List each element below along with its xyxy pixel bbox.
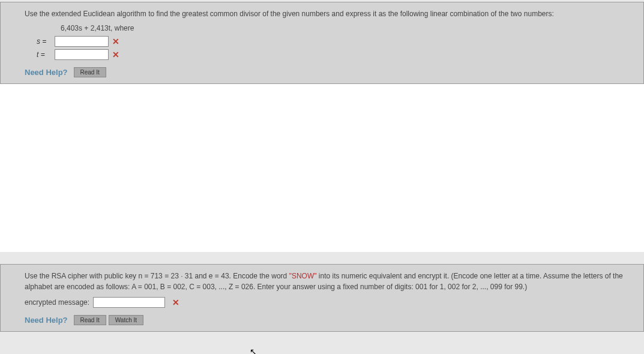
q2-prompt: Use the RSA cipher with public key n = 7… xyxy=(25,271,631,292)
question-2: Use the RSA cipher with public key n = 7… xyxy=(0,264,644,332)
wrong-icon: ✕ xyxy=(112,37,119,46)
read-it-button[interactable]: Read It xyxy=(74,315,106,325)
cursor-icon: ↖ xyxy=(250,347,257,354)
input-s[interactable] xyxy=(55,36,109,47)
q2-help-row: Need Help? Read It Watch It xyxy=(25,315,631,325)
q1-help-row: Need Help? Read It xyxy=(25,67,631,77)
var-s-label: s = xyxy=(37,37,55,46)
encrypted-label: encrypted message: xyxy=(25,298,89,307)
question-1: Use the extended Euclidean algorithm to … xyxy=(0,2,644,84)
wrong-icon: ✕ xyxy=(172,298,179,307)
encrypted-row: encrypted message: ✕ xyxy=(25,297,631,308)
wrong-icon: ✕ xyxy=(112,50,119,59)
watch-it-button[interactable]: Watch It xyxy=(109,315,143,325)
input-encrypted[interactable] xyxy=(93,297,165,308)
var-t-label: t = xyxy=(37,50,55,59)
gap xyxy=(0,84,644,252)
input-t[interactable] xyxy=(55,49,109,60)
snow-word: "SNOW" xyxy=(289,272,317,280)
q1-row-s: s = ✕ xyxy=(25,36,631,47)
need-help-label: Need Help? xyxy=(25,316,68,325)
read-it-button[interactable]: Read It xyxy=(74,67,106,77)
q2-prompt-part1: Use the RSA cipher with public key n = 7… xyxy=(25,272,289,280)
q1-prompt: Use the extended Euclidean algorithm to … xyxy=(25,8,631,19)
q1-row-t: t = ✕ xyxy=(25,49,631,60)
q1-expression: 6,403s + 2,413t, where xyxy=(25,24,631,32)
need-help-label: Need Help? xyxy=(25,68,68,77)
